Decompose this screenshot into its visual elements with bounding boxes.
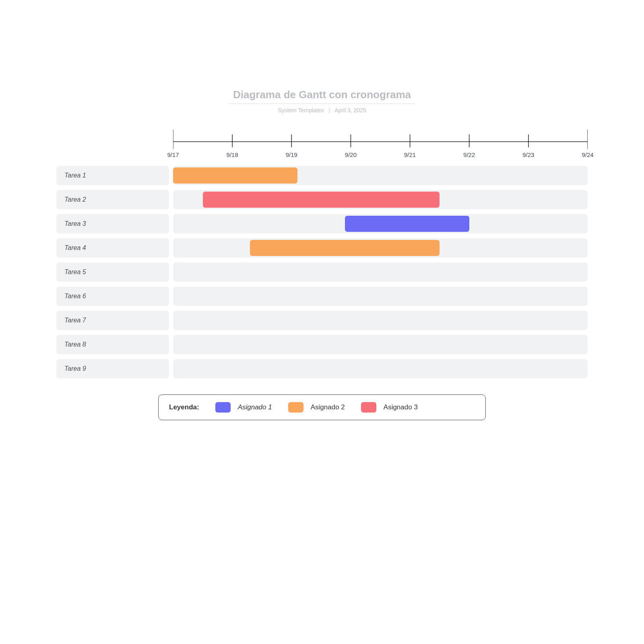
task-label: Tarea 7	[56, 311, 169, 330]
timeline-tick-label: 9/19	[286, 151, 297, 158]
legend-label: Asignado 2	[311, 403, 345, 411]
legend-title: Leyenda:	[169, 403, 199, 411]
table-row: Tarea 8	[56, 335, 588, 354]
gantt-bar[interactable]	[203, 192, 440, 208]
timeline-tick-label: 9/22	[463, 151, 475, 158]
task-track	[173, 214, 588, 233]
task-label: Tarea 2	[56, 190, 169, 209]
task-track	[173, 238, 588, 258]
legend-item: Asignado 2	[288, 402, 345, 413]
gantt-rows: Tarea 1Tarea 2Tarea 3Tarea 4Tarea 5Tarea…	[56, 166, 588, 378]
timeline-tick-labels: 9/179/189/199/209/219/229/239/24	[173, 151, 588, 162]
table-row: Tarea 3	[56, 214, 588, 233]
gantt-bar[interactable]	[250, 240, 440, 256]
timeline-axis-line	[173, 130, 588, 149]
task-label: Tarea 3	[56, 214, 169, 233]
timeline-tick-label: 9/23	[522, 151, 534, 158]
task-label: Tarea 6	[56, 287, 169, 306]
task-label: Tarea 1	[56, 166, 169, 185]
task-track	[173, 166, 588, 185]
timeline-tick-label: 9/17	[167, 151, 179, 158]
legend: Leyenda: Asignado 1Asignado 2Asignado 3	[158, 394, 486, 420]
legend-label: Asignado 1	[238, 403, 272, 411]
table-row: Tarea 7	[56, 311, 588, 330]
legend-item: Asignado 3	[361, 402, 418, 413]
task-track	[173, 262, 588, 282]
date-label: April 3, 2025	[334, 107, 366, 114]
timeline-tick-label: 9/18	[227, 151, 238, 158]
legend-item: Asignado 1	[215, 402, 272, 413]
table-row: Tarea 2	[56, 190, 588, 209]
task-track	[173, 311, 588, 330]
legend-swatch	[215, 402, 231, 413]
subhead-separator: |	[328, 107, 330, 114]
gantt-chart: 9/179/189/199/209/219/229/239/24 Tarea 1…	[56, 130, 588, 378]
task-track	[173, 335, 588, 354]
gantt-bar[interactable]	[173, 167, 297, 184]
legend-swatch	[361, 402, 376, 413]
page: Diagrama de Gantt con cronograma System …	[0, 0, 644, 644]
table-row: Tarea 5	[56, 262, 588, 282]
page-subhead: System Templates | April 3, 2025	[0, 107, 644, 114]
task-label: Tarea 5	[56, 262, 169, 282]
page-header: Diagrama de Gantt con cronograma System …	[0, 89, 644, 114]
timeline-axis: 9/179/189/199/209/219/229/239/24	[173, 130, 588, 162]
page-title: Diagrama de Gantt con cronograma	[228, 89, 416, 104]
timeline-tick-label: 9/20	[345, 151, 357, 158]
legend-swatch	[288, 402, 303, 413]
legend-items: Asignado 1Asignado 2Asignado 3	[215, 402, 418, 413]
table-row: Tarea 6	[56, 287, 588, 306]
task-label: Tarea 8	[56, 335, 169, 354]
task-track	[173, 359, 588, 378]
timeline-tick-label: 9/21	[404, 151, 416, 158]
table-row: Tarea 1	[56, 166, 588, 185]
task-track	[173, 287, 588, 306]
task-label: Tarea 4	[56, 238, 169, 258]
table-row: Tarea 4	[56, 238, 588, 258]
gantt-bar[interactable]	[345, 216, 469, 232]
table-row: Tarea 9	[56, 359, 588, 378]
legend-label: Asignado 3	[384, 403, 418, 411]
task-track	[173, 190, 588, 209]
task-label: Tarea 9	[56, 359, 169, 378]
source-label: System Templates	[278, 107, 324, 114]
timeline-tick-label: 9/24	[582, 151, 593, 158]
